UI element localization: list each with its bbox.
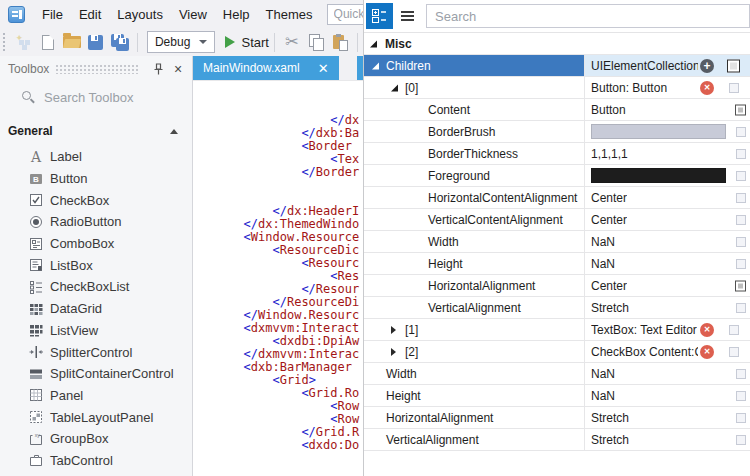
color-swatch[interactable]: [591, 124, 726, 139]
property-value-cell[interactable]: Stretch: [584, 407, 750, 428]
toolbox-item-button[interactable]: BButton: [0, 168, 192, 190]
close-button[interactable]: ×: [170, 61, 186, 77]
toolbox-item-label[interactable]: ALabel: [0, 146, 192, 168]
property-value-cell[interactable]: NaN: [584, 253, 750, 274]
expander-collapsed-icon[interactable]: [391, 348, 396, 356]
expander-expanded-icon[interactable]: [370, 40, 377, 47]
tab-mainwindow-xaml[interactable]: MainWindow.xaml ✕: [193, 56, 339, 80]
property-row[interactable]: ChildrenUIElementCollection+: [364, 55, 750, 77]
toolbox-item-listview[interactable]: ListView: [0, 320, 192, 342]
delete-item-icon[interactable]: ✕: [700, 81, 714, 95]
property-row[interactable]: ContentButton: [364, 99, 750, 121]
property-row[interactable]: [1]TextBox: Text Editor✕: [364, 319, 750, 341]
toolbox-item-checkbox[interactable]: CheckBox: [0, 189, 192, 211]
property-search-input[interactable]: [426, 4, 750, 28]
property-checkbox[interactable]: [736, 259, 746, 269]
new-project-button[interactable]: ✦: [12, 30, 36, 54]
alphabetical-view-button[interactable]: [396, 3, 418, 29]
property-value-cell[interactable]: [584, 165, 750, 186]
tab-close-icon[interactable]: ✕: [318, 62, 329, 75]
property-checkbox[interactable]: [727, 59, 740, 72]
property-checkbox[interactable]: [736, 303, 746, 313]
delete-item-icon[interactable]: ✕: [700, 323, 714, 337]
property-checkbox[interactable]: [729, 325, 739, 335]
save-all-button[interactable]: [108, 30, 132, 54]
menu-themes[interactable]: Themes: [258, 3, 321, 26]
expander-collapsed-icon[interactable]: [391, 326, 396, 334]
category-row-misc[interactable]: Misc: [364, 33, 750, 55]
property-value-cell[interactable]: [584, 121, 750, 142]
toolbox-item-checkboxlist[interactable]: CheckBoxList: [0, 276, 192, 298]
property-value-cell[interactable]: CheckBox Content:Ch...✕: [584, 341, 750, 362]
property-value-cell[interactable]: 1,1,1,1: [584, 143, 750, 164]
toolbar-grip-handle[interactable]: [2, 32, 7, 52]
property-value-cell[interactable]: UIElementCollection+: [584, 55, 750, 76]
property-checkbox[interactable]: [736, 237, 746, 247]
property-checkbox[interactable]: [735, 104, 746, 115]
property-row[interactable]: HeightNaN: [364, 253, 750, 275]
toolbox-item-tablelayoutpanel[interactable]: TableLayoutPanel: [0, 406, 192, 428]
property-checkbox[interactable]: [729, 347, 739, 357]
toolbox-item-listbox[interactable]: ListBox: [0, 254, 192, 276]
property-value-cell[interactable]: Center: [584, 209, 750, 230]
toolbox-item-splitcontainercontrol[interactable]: SplitContainerControl: [0, 363, 192, 385]
cut-button[interactable]: ✂: [280, 30, 304, 54]
property-value-cell[interactable]: NaN: [584, 231, 750, 252]
property-value-cell[interactable]: Button: Button✕: [584, 77, 750, 98]
toolbox-item-groupbox[interactable]: xyGroupBox: [0, 428, 192, 450]
property-row[interactable]: HorizontalContentAlignmentCenter: [364, 187, 750, 209]
property-value-cell[interactable]: NaN: [584, 385, 750, 406]
property-checkbox[interactable]: [729, 83, 739, 93]
toolbox-item-radiobutton[interactable]: RadioButton: [0, 211, 192, 233]
new-file-button[interactable]: [36, 30, 60, 54]
property-checkbox[interactable]: [736, 127, 746, 137]
toolbox-item-datagrid[interactable]: DataGrid: [0, 298, 192, 320]
menu-view[interactable]: View: [171, 3, 215, 26]
property-value-cell[interactable]: TextBox: Text Editor✕: [584, 319, 750, 340]
toolbox-drag-texture[interactable]: [55, 64, 140, 74]
toolbox-section-general[interactable]: General: [0, 118, 192, 144]
property-checkbox[interactable]: [736, 215, 746, 225]
xaml-code-editor[interactable]: </dx </dxb:Ba <Border <Tex </Border </dx…: [193, 80, 363, 476]
categorized-view-button[interactable]: [366, 3, 393, 29]
menu-file[interactable]: File: [34, 3, 71, 26]
property-value-cell[interactable]: Stretch: [584, 297, 750, 318]
property-row[interactable]: [0]Button: Button✕: [364, 77, 750, 99]
save-button[interactable]: [84, 30, 108, 54]
property-row[interactable]: HorizontalAlignmentCenter: [364, 275, 750, 297]
property-value-cell[interactable]: Button: [584, 99, 750, 120]
delete-item-icon[interactable]: ✕: [700, 345, 714, 359]
menu-help[interactable]: Help: [215, 3, 258, 26]
property-row[interactable]: VerticalAlignmentStretch: [364, 297, 750, 319]
property-row[interactable]: WidthNaN: [364, 363, 750, 385]
property-row[interactable]: WidthNaN: [364, 231, 750, 253]
property-row[interactable]: [2]CheckBox Content:Ch...✕: [364, 341, 750, 363]
property-checkbox[interactable]: [735, 280, 746, 291]
paste-button[interactable]: [328, 30, 352, 54]
toolbox-search-input[interactable]: [44, 90, 174, 105]
expander-expanded-icon[interactable]: [391, 84, 398, 91]
pin-button[interactable]: [150, 61, 166, 77]
menu-layouts[interactable]: Layouts: [109, 3, 171, 26]
toolbox-item-combobox[interactable]: ComboBox: [0, 233, 192, 255]
property-checkbox[interactable]: [736, 149, 746, 159]
add-item-icon[interactable]: +: [700, 59, 714, 73]
color-swatch[interactable]: [591, 168, 726, 183]
toolbox-item-splittercontrol[interactable]: SplitterControl: [0, 341, 192, 363]
property-row[interactable]: VerticalContentAlignmentCenter: [364, 209, 750, 231]
property-checkbox[interactable]: [736, 171, 746, 181]
copy-button[interactable]: [304, 30, 328, 54]
property-row[interactable]: HeightNaN: [364, 385, 750, 407]
property-row[interactable]: BorderBrush: [364, 121, 750, 143]
property-value-cell[interactable]: Stretch: [584, 429, 750, 450]
start-debug-button[interactable]: Start: [225, 35, 269, 50]
property-checkbox[interactable]: [736, 413, 746, 423]
property-row[interactable]: BorderThickness1,1,1,1: [364, 143, 750, 165]
toolbox-item-panel[interactable]: Panel: [0, 385, 192, 407]
property-value-cell[interactable]: Center: [584, 275, 750, 296]
property-value-cell[interactable]: Center: [584, 187, 750, 208]
property-row[interactable]: HorizontalAlignmentStretch: [364, 407, 750, 429]
debug-configuration-select[interactable]: Debug: [147, 31, 215, 53]
expander-expanded-icon[interactable]: [372, 62, 379, 69]
property-checkbox[interactable]: [736, 369, 746, 379]
